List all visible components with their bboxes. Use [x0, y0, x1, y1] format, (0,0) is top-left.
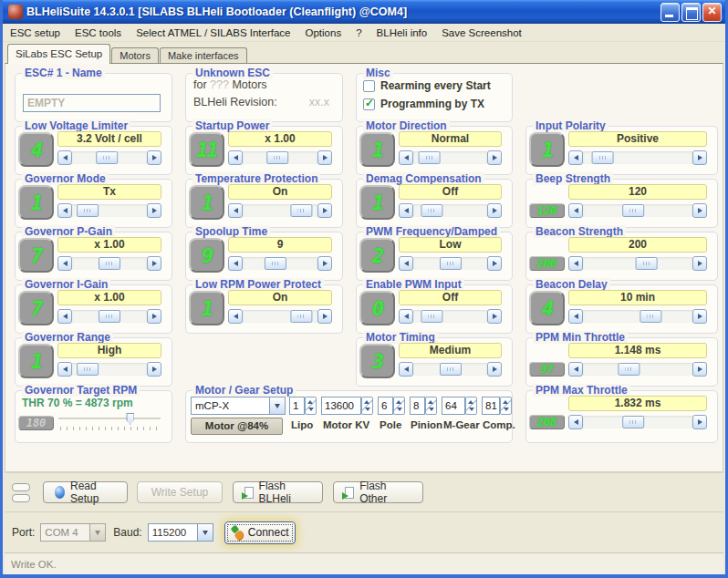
- esc-model-combobox[interactable]: mCP-X: [191, 397, 286, 415]
- read-setup-button[interactable]: Read Setup: [43, 481, 128, 503]
- scroll-left-button[interactable]: [399, 256, 413, 271]
- scroll-thumb[interactable]: [77, 204, 99, 217]
- scroll-left-button[interactable]: [568, 150, 583, 165]
- scroll-thumb[interactable]: [419, 151, 441, 164]
- scroll-track[interactable]: [72, 204, 147, 217]
- scroll-track[interactable]: [243, 151, 317, 164]
- scroll-track[interactable]: [72, 363, 147, 376]
- scroll-track[interactable]: [72, 310, 147, 323]
- scroll-track[interactable]: [243, 310, 317, 323]
- scroll-track[interactable]: [413, 363, 487, 376]
- value-scrollbar[interactable]: [399, 150, 502, 165]
- scroll-left-button[interactable]: [568, 362, 583, 377]
- scroll-thumb[interactable]: [622, 204, 644, 217]
- motor-kv-field[interactable]: 13600: [321, 397, 361, 415]
- value-scrollbar[interactable]: [57, 150, 161, 165]
- scroll-thumb[interactable]: [266, 151, 288, 164]
- tab-silabs-esc-setup[interactable]: SiLabs ESC Setup: [7, 44, 110, 64]
- menu-esc-setup[interactable]: ESC setup: [3, 26, 68, 40]
- dropdown-arrow-icon[interactable]: [89, 524, 105, 541]
- value-scrollbar[interactable]: [568, 309, 707, 324]
- value-scrollbar[interactable]: [228, 309, 332, 324]
- scroll-thumb[interactable]: [99, 257, 120, 270]
- scroll-right-button[interactable]: [317, 256, 332, 271]
- minimize-icon[interactable]: [660, 3, 680, 22]
- scroll-thumb[interactable]: [440, 257, 462, 270]
- scroll-thumb[interactable]: [99, 310, 120, 323]
- value-scrollbar[interactable]: [399, 309, 502, 324]
- value-scrollbar[interactable]: [568, 203, 707, 218]
- write-setup-button[interactable]: Write Setup: [137, 481, 223, 503]
- scroll-track[interactable]: [413, 310, 487, 323]
- value-scrollbar[interactable]: [57, 309, 161, 324]
- scroll-track[interactable]: [72, 257, 147, 270]
- scroll-right-button[interactable]: [487, 150, 502, 165]
- lipo-field[interactable]: 1: [289, 397, 305, 415]
- slider-thumb[interactable]: [126, 413, 134, 425]
- flash-blheli-button[interactable]: Flash BLHeli: [233, 481, 323, 503]
- scroll-left-button[interactable]: [568, 203, 583, 218]
- pole-field[interactable]: 6: [378, 397, 393, 415]
- scroll-track[interactable]: [583, 310, 692, 323]
- scroll-thumb[interactable]: [421, 310, 443, 323]
- tab-make-interfaces[interactable]: Make interfaces: [160, 47, 247, 64]
- value-scrollbar[interactable]: [399, 256, 502, 271]
- pole-spinner[interactable]: [393, 397, 405, 415]
- checkbox-row-programming-tx[interactable]: Programming by TX: [363, 98, 484, 110]
- scroll-track[interactable]: [413, 204, 487, 217]
- scroll-right-button[interactable]: [692, 309, 707, 324]
- lipo-spinner[interactable]: [305, 397, 317, 415]
- scroll-thumb[interactable]: [618, 363, 640, 376]
- scroll-right-button[interactable]: [692, 415, 707, 429]
- scroll-track[interactable]: [243, 257, 317, 270]
- scroll-left-button[interactable]: [568, 256, 583, 271]
- scroll-left-button[interactable]: [399, 309, 413, 324]
- scroll-right-button[interactable]: [692, 362, 707, 377]
- menu-select-interface[interactable]: Select ATMEL / SILABS Interface: [129, 26, 297, 40]
- value-scrollbar[interactable]: [57, 256, 161, 271]
- scroll-left-button[interactable]: [57, 150, 72, 165]
- scroll-right-button[interactable]: [317, 150, 332, 165]
- value-scrollbar[interactable]: [568, 150, 707, 165]
- scroll-right-button[interactable]: [317, 309, 332, 324]
- comp-spinner[interactable]: [500, 397, 512, 415]
- scroll-track[interactable]: [413, 151, 487, 164]
- scroll-left-button[interactable]: [399, 203, 413, 218]
- scroll-left-button[interactable]: [228, 203, 243, 218]
- scroll-left-button[interactable]: [57, 309, 72, 324]
- value-scrollbar[interactable]: [57, 203, 161, 218]
- scroll-thumb[interactable]: [421, 204, 443, 217]
- scroll-left-button[interactable]: [399, 362, 413, 377]
- menu-esc-tools[interactable]: ESC tools: [68, 26, 129, 40]
- scroll-thumb[interactable]: [592, 151, 614, 164]
- menu-save-screenshot[interactable]: Save Screenshot: [434, 26, 529, 40]
- motor-percent-button[interactable]: Motor @84%: [191, 418, 283, 435]
- scroll-track[interactable]: [583, 416, 692, 428]
- scroll-right-button[interactable]: [147, 150, 161, 165]
- value-scrollbar[interactable]: [228, 203, 332, 218]
- scroll-right-button[interactable]: [487, 309, 502, 324]
- menu-help[interactable]: ?: [348, 26, 369, 40]
- scroll-left-button[interactable]: [228, 256, 243, 271]
- dropdown-arrow-icon[interactable]: [197, 524, 213, 541]
- value-scrollbar[interactable]: [568, 362, 707, 377]
- scroll-track[interactable]: [413, 257, 487, 270]
- scroll-left-button[interactable]: [228, 309, 243, 324]
- m-gear-spinner[interactable]: [465, 397, 477, 415]
- scroll-thumb[interactable]: [636, 257, 658, 270]
- scroll-track[interactable]: [72, 151, 147, 164]
- programming-tx-checkbox[interactable]: [363, 98, 375, 110]
- close-icon[interactable]: [702, 3, 722, 22]
- scroll-right-button[interactable]: [692, 150, 707, 165]
- checkbox-row-rearming[interactable]: Rearming every Start: [363, 79, 491, 92]
- scroll-track[interactable]: [583, 363, 692, 376]
- value-scrollbar[interactable]: [57, 362, 161, 377]
- rearming-checkbox[interactable]: [363, 80, 375, 92]
- scroll-right-button[interactable]: [147, 362, 161, 377]
- maximize-icon[interactable]: [681, 3, 701, 22]
- menu-options[interactable]: Options: [298, 26, 349, 40]
- scroll-left-button[interactable]: [568, 309, 583, 324]
- scroll-left-button[interactable]: [228, 150, 243, 165]
- port-combobox[interactable]: COM 4: [40, 523, 106, 542]
- scroll-thumb[interactable]: [622, 416, 644, 428]
